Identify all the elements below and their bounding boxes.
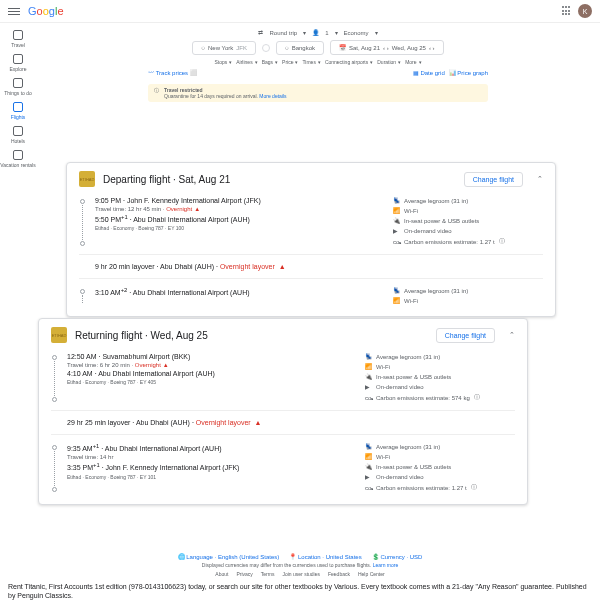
- dest-input[interactable]: ○ Bangkok: [276, 41, 324, 55]
- flights-icon: [13, 102, 23, 112]
- cabin-class[interactable]: Economy: [344, 30, 369, 36]
- warning-icon: ▲: [194, 206, 200, 212]
- overnight-label: Overnight: [166, 206, 192, 212]
- airline-logo: ETIHAD: [51, 327, 67, 343]
- language-link[interactable]: 🌐 Language · English (United States): [178, 553, 280, 560]
- help-link[interactable]: Help Center: [358, 571, 385, 577]
- track-prices[interactable]: 〰 Track prices ⬜: [148, 69, 197, 76]
- wifi-icon: 📶: [393, 207, 400, 214]
- travel-time: Travel time: 14 hr: [67, 454, 113, 460]
- chip-connecting[interactable]: Connecting airports ▾: [325, 59, 373, 65]
- sidebar: Travel Explore Things to do Flights Hote…: [0, 23, 36, 171]
- depart-time: 12:50 AM: [67, 353, 97, 360]
- warning-icon: ▲: [255, 419, 262, 426]
- google-logo[interactable]: Google: [28, 5, 64, 17]
- depart-airport: Suvarnabhumi Airport (BKK): [102, 353, 190, 360]
- notice-more-link[interactable]: More details: [259, 93, 286, 99]
- travel-time: Travel time: 12 hr 45 min: [95, 206, 161, 212]
- bottom-text: Rent Titanic, First Accounts 1st edition…: [8, 582, 592, 600]
- passenger-count[interactable]: 1: [325, 30, 328, 36]
- seat-icon: 💺: [365, 353, 372, 360]
- depart-time: 3:10 AM: [95, 289, 121, 296]
- depart-time: 9:35 AM: [67, 445, 93, 452]
- card-title: Departing flight · Sat, Aug 21: [103, 174, 230, 185]
- sidebar-item-things[interactable]: Things to do: [0, 75, 36, 99]
- sidebar-item-explore[interactable]: Explore: [0, 51, 36, 75]
- date-input[interactable]: 📅 Sat, Aug 21 ‹ › Wed, Aug 25 ‹ ›: [330, 40, 444, 55]
- power-icon: 🔌: [393, 217, 400, 224]
- chip-duration[interactable]: Duration ▾: [377, 59, 401, 65]
- power-icon: 🔌: [365, 463, 372, 470]
- sidebar-item-flights[interactable]: Flights: [0, 99, 36, 123]
- chip-airlines[interactable]: Airlines ▾: [236, 59, 257, 65]
- chevron-up-icon[interactable]: ⌃: [509, 331, 515, 339]
- change-flight-button[interactable]: Change flight: [464, 172, 523, 187]
- disclaimer: Displayed currencies may differ from the…: [202, 562, 371, 568]
- departing-card: ETIHAD Departing flight · Sat, Aug 21 Ch…: [66, 162, 556, 317]
- sidebar-label: Hotels: [11, 138, 25, 144]
- hotels-icon: [13, 126, 23, 136]
- wifi-icon: 📶: [365, 453, 372, 460]
- overnight-label: Overnight: [135, 362, 161, 368]
- sidebar-label: Travel: [11, 42, 25, 48]
- chip-price[interactable]: Price ▾: [282, 59, 298, 65]
- chip-times[interactable]: Times ▾: [302, 59, 320, 65]
- sidebar-item-hotels[interactable]: Hotels: [0, 123, 36, 147]
- notice-sub: Quarantine for 14 days required on arriv…: [164, 93, 258, 99]
- sidebar-item-vacation[interactable]: Vacation rentals: [0, 147, 36, 171]
- depart-time: 9:05 PM: [95, 197, 121, 204]
- layover-row: 29 hr 25 min layover · Abu Dhabi (AUH) ·…: [51, 410, 515, 435]
- co2-icon: co₂: [365, 484, 372, 491]
- sidebar-item-travel[interactable]: Travel: [0, 27, 36, 51]
- explore-icon: [13, 54, 23, 64]
- currency-link[interactable]: 💲 Currency · USD: [372, 553, 423, 560]
- filter-chips: Stops ▾ Airlines ▾ Bags ▾ Price ▾ Times …: [214, 59, 421, 65]
- wifi-icon: 📶: [365, 363, 372, 370]
- footer: 🌐 Language · English (United States) 📍 L…: [0, 553, 600, 580]
- change-flight-button[interactable]: Change flight: [436, 328, 495, 343]
- swap-button[interactable]: [262, 44, 270, 52]
- origin-text: New York: [208, 45, 233, 51]
- sidebar-label: Explore: [10, 66, 27, 72]
- co2-icon: co₂: [393, 238, 400, 245]
- learn-more-link[interactable]: Learn more: [373, 562, 399, 568]
- date-grid-button[interactable]: ▦ Date grid: [413, 70, 445, 76]
- depart-airport: Abu Dhabi International Airport (AUH): [133, 289, 250, 296]
- arrive-airport: Abu Dhabi International Airport (AUH): [133, 216, 250, 223]
- location-link[interactable]: 📍 Location · United States: [289, 553, 361, 560]
- power-icon: 🔌: [365, 373, 372, 380]
- depart-date: Sat, Aug 21: [349, 45, 380, 51]
- wifi-icon: 📶: [393, 297, 400, 304]
- seat-icon: 💺: [393, 287, 400, 294]
- arrive-airport: Abu Dhabi International Airport (AUH): [98, 370, 215, 377]
- layover-row: 9 hr 20 min layover · Abu Dhabi (AUH) · …: [79, 254, 543, 279]
- privacy-link[interactable]: Privacy: [236, 571, 252, 577]
- trip-type[interactable]: Round trip: [269, 30, 297, 36]
- studies-link[interactable]: Join user studies: [282, 571, 320, 577]
- airline-logo: ETIHAD: [79, 171, 95, 187]
- vacation-icon: [13, 150, 23, 160]
- price-graph-button[interactable]: 📊 Price graph: [449, 70, 488, 76]
- amenities: 💺Average legroom (31 in) 📶Wi-Fi 🔌In-seat…: [365, 353, 515, 402]
- warning-icon: ▲: [163, 362, 169, 368]
- apps-icon[interactable]: [562, 6, 572, 16]
- info-icon: ⓘ: [154, 87, 159, 99]
- feedback-link[interactable]: Feedback: [328, 571, 350, 577]
- chevron-up-icon[interactable]: ⌃: [537, 175, 543, 183]
- about-link[interactable]: About: [215, 571, 228, 577]
- travel-notice: ⓘ Travel restrictedQuarantine for 14 day…: [148, 84, 488, 102]
- header: Google K: [0, 0, 600, 23]
- video-icon: ▶: [393, 227, 400, 234]
- amenities: 💺Average legroom (31 in) 📶Wi-Fi 🔌In-seat…: [365, 443, 515, 492]
- chip-stops[interactable]: Stops ▾: [214, 59, 232, 65]
- avatar[interactable]: K: [578, 4, 592, 18]
- amenities: 💺Average legroom (31 in) 📶Wi-Fi 🔌In-seat…: [393, 197, 543, 246]
- video-icon: ▶: [365, 383, 372, 390]
- chip-bags[interactable]: Bags ▾: [262, 59, 278, 65]
- flight-meta: Etihad · Economy · Boeing 787 · EY 101: [67, 474, 355, 480]
- menu-icon[interactable]: [8, 8, 20, 15]
- terms-link[interactable]: Terms: [261, 571, 275, 577]
- origin-input[interactable]: ○ New York JFK: [192, 41, 256, 55]
- chip-more[interactable]: More ▾: [405, 59, 421, 65]
- travel-icon: [13, 30, 23, 40]
